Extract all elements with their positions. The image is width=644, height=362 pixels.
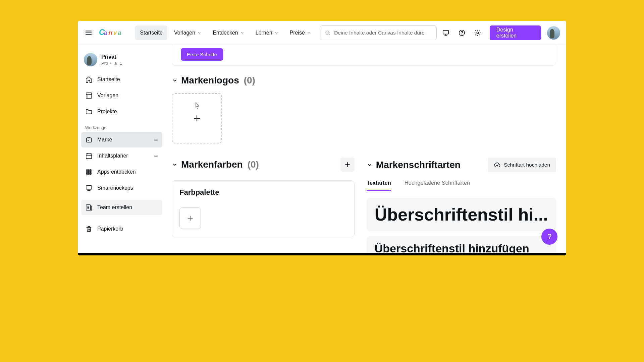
search-box[interactable] [320,25,437,40]
first-steps-button[interactable]: Erste Schritte [181,48,223,61]
sidebar-item-label: Team erstellen [97,204,132,210]
sidebar-item-label: Papierkorb [97,226,123,232]
nav-pricing[interactable]: Preise [285,25,316,40]
font-tabs: Textarten Hochgeladene Schriftarten [367,180,556,191]
plus-icon [344,161,351,168]
svg-point-17 [87,171,88,173]
chevron-down-icon [274,31,278,35]
chevron-down-icon [367,162,373,168]
sidebar-item-home[interactable]: Startseite [81,72,162,87]
trash-icon [85,225,93,233]
svg-point-16 [90,170,92,171]
section-title: Markenlogos [181,75,239,86]
section-title: Markenschriftarten [376,160,461,170]
hamburger-icon [85,29,92,37]
sidebar-item-label: Inhaltsplaner [97,153,128,159]
profile-name: Privat [101,54,122,60]
search-icon [325,29,331,36]
main-content: Erste Schritte Markenlogos (0) [166,45,566,253]
chevron-down-icon [307,31,311,35]
tab-text-styles[interactable]: Textarten [367,180,391,191]
sidebar-item-trash[interactable]: Papierkorb [81,221,162,237]
sidebar-item-label: Apps entdecken [97,169,136,175]
help-fab[interactable]: ? [541,229,557,245]
svg-text:n: n [109,29,112,36]
section-header-logos[interactable]: Markenlogos (0) [172,75,556,86]
monitor-icon [442,29,449,37]
add-palette-button[interactable] [340,158,355,172]
svg-point-10 [115,62,116,63]
sidebar-item-discover-apps[interactable]: Apps entdecken [81,164,162,180]
chevron-down-icon [172,162,178,168]
svg-text:a: a [104,29,107,36]
nav-home[interactable]: Startseite [135,25,167,40]
sidebar-item-label: Marke [97,137,112,143]
create-design-button[interactable]: Design erstellen [490,25,541,40]
font-card-label: Überschriftenstil hi... [375,205,548,224]
canva-logo-icon: C a n v a [99,28,128,38]
search-input[interactable] [334,30,432,36]
svg-text:a: a [118,29,121,36]
sidebar-item-label: Smartmockups [97,185,133,191]
help-fab-label: ? [547,232,551,241]
person-icon [114,61,118,65]
svg-point-19 [90,171,92,173]
sidebar-heading-tools: Werkzeuge [81,119,162,132]
svg-point-18 [88,171,90,173]
svg-point-15 [88,170,90,171]
upload-font-button[interactable]: Schriftart hochladen [488,158,556,172]
desktop-app-button[interactable] [439,26,452,40]
sidebar-item-templates[interactable]: Vorlagen [81,88,162,103]
folder-icon [85,108,93,115]
section-brand-fonts: Markenschriftarten Schriftart hochladen … [367,158,556,253]
smartmockups-icon [85,184,93,192]
profile-members: 1 [120,61,122,66]
sidebar-item-content-planner[interactable]: Inhaltsplaner [81,148,162,164]
chevron-down-icon [197,31,201,35]
apps-icon [85,168,93,176]
section-count: (0) [244,75,255,86]
section-count: (0) [248,159,259,170]
avatar[interactable] [547,26,560,40]
svg-point-21 [88,173,90,175]
gear-icon [474,29,481,37]
hamburger-menu-button[interactable] [82,26,95,40]
nav-templates[interactable]: Vorlagen [169,25,206,40]
section-header-fonts[interactable]: Markenschriftarten Schriftart hochladen [367,158,556,172]
svg-point-9 [477,32,479,34]
canva-logo[interactable]: C a n v a [99,28,128,38]
create-design-label: Design erstellen [496,27,534,39]
profile-plan: Pro [101,61,108,66]
sidebar-item-label: Projekte [97,109,117,115]
help-button[interactable] [455,26,468,40]
section-header-colors[interactable]: Markenfarben (0) [172,158,355,172]
sidebar-item-projects[interactable]: Projekte [81,104,162,119]
sidebar-profile[interactable]: Privat Pro • 1 [81,50,162,72]
settings-button[interactable] [471,26,484,40]
calendar-icon [85,152,93,160]
add-color-button[interactable] [179,207,201,229]
sidebar-item-label: Startseite [97,76,120,82]
plus-icon [186,215,194,222]
onboarding-card: Erste Schritte [172,45,556,66]
svg-rect-23 [86,186,92,189]
crown-icon [154,137,158,142]
section-brand-colors: Markenfarben (0) Farbpalette [172,158,355,253]
sidebar-item-smartmockups[interactable]: Smartmockups [81,180,162,196]
add-logo-dropzone[interactable] [172,93,222,143]
plus-icon [193,114,201,123]
tab-label: Textarten [367,180,391,186]
svg-point-20 [87,173,88,175]
svg-rect-6 [443,30,449,34]
sidebar-item-brand[interactable]: Marke [81,132,162,147]
tab-uploaded-fonts[interactable]: Hochgeladene Schriftarten [405,180,470,191]
nav-pricing-label: Preise [290,30,305,36]
upload-font-label: Schriftart hochladen [504,162,550,168]
sidebar-item-create-team[interactable]: Team erstellen [81,200,162,215]
svg-rect-13 [86,154,92,159]
first-steps-label: Erste Schritte [187,52,217,57]
nav-learn[interactable]: Lernen [251,25,283,40]
font-style-heading-small[interactable]: Überschriftenstil hinzufügen [367,236,556,253]
font-style-heading-large[interactable]: Überschriftenstil hi... [367,198,556,231]
nav-discover[interactable]: Entdecken [208,25,249,40]
